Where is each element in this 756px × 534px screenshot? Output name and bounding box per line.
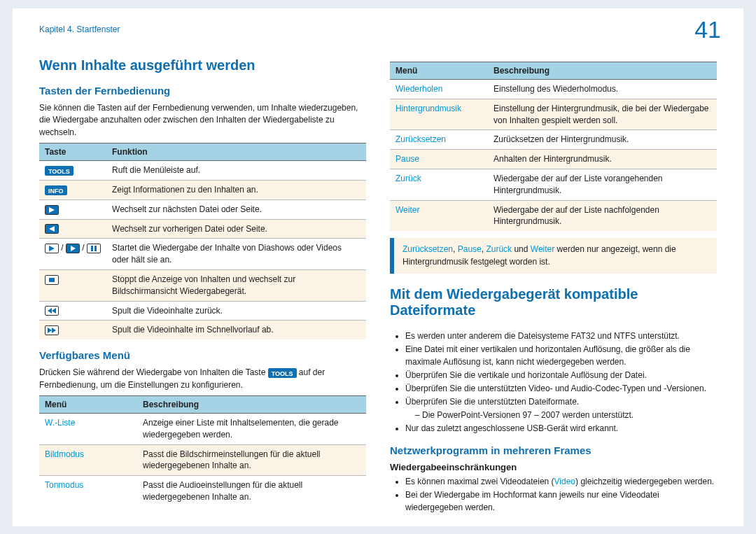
text: Es können maximal zwei Videodateien ( <box>405 477 554 486</box>
bullet-list-restrictions: Es können maximal zwei Videodateien (Vid… <box>405 475 717 514</box>
list-item: Es werden unter anderem die Dateisysteme… <box>405 330 717 342</box>
table-row: WiederholenEinstellung des Wiederholmodu… <box>390 80 717 99</box>
menu-desc-cell: Einstellung der Hintergrundmusik, die be… <box>488 99 717 130</box>
svg-marker-11 <box>52 308 56 314</box>
info-key-icon: INFO <box>45 185 67 195</box>
svg-rect-8 <box>94 246 97 251</box>
menu-label-cell: Hintergrundmusik <box>390 99 488 130</box>
play-right-key-icon <box>66 244 80 253</box>
list-item: Überprüfen Sie die vertikale und horizon… <box>405 369 717 381</box>
desc-cell: Spult die Videoinhalte zurück. <box>106 301 366 321</box>
section-heading-formats: Mit dem Wiedergabegerät kompatible Datei… <box>390 286 717 318</box>
desc-cell: Startet die Wiedergabe der Inhalte von D… <box>106 239 366 270</box>
section-intro-2: Drücken Sie während der Wiedergabe von I… <box>39 367 366 391</box>
text: ) gleichzeitig wiedergegeben werden. <box>575 477 714 486</box>
menu-desc-cell: Passt die Audioeinstellungen für die akt… <box>137 476 366 507</box>
key-cell <box>39 219 106 239</box>
section-heading-remote: Tasten der Fernbedienung <box>39 85 366 97</box>
key-cell: INFO <box>39 180 106 199</box>
desc-cell: Ruft die Menüleiste auf. <box>106 161 366 181</box>
bullet-list: Es werden unter anderem die Dateisysteme… <box>405 330 717 435</box>
menu-label-cell: W.-Liste <box>39 413 137 444</box>
note-highlight: Zurücksetzen <box>402 244 453 254</box>
menu-desc-cell: Wiedergabe der auf der Liste vorangehend… <box>488 169 717 200</box>
list-item-sub: Die PowerPoint-Versionen 97 – 2007 werde… <box>415 409 717 421</box>
menu-desc-cell: Zurücksetzen der Hintergrundmusik. <box>488 130 717 150</box>
menu-label-cell: Zurück <box>390 169 488 200</box>
table-row: INFOZeigt Informationen zu den Inhalten … <box>39 180 366 199</box>
svg-marker-10 <box>48 308 52 314</box>
menu-desc-cell: Passt die Bildschirmeinstellungen für di… <box>137 444 366 476</box>
table-row: BildmodusPasst die Bildschirmeinstellung… <box>39 444 366 476</box>
menu-col-desc: Beschreibung <box>137 395 366 413</box>
key-cell: / / <box>39 239 106 270</box>
menu-label-cell: Bildmodus <box>39 444 137 476</box>
svg-marker-12 <box>48 328 52 333</box>
table-row: ZurückWiedergabe der auf der Liste voran… <box>390 169 717 200</box>
keys-col-funktion: Funktion <box>106 143 366 161</box>
note-highlight: Zurück <box>486 244 512 254</box>
svg-rect-9 <box>49 278 55 282</box>
menu-desc-cell: Anzeige einer Liste mit Inhaltselementen… <box>137 413 366 444</box>
svg-rect-7 <box>91 246 93 251</box>
play-key-icon <box>45 244 59 253</box>
menu-col-label: Menü <box>390 62 488 80</box>
note-highlight: Weiter <box>531 244 554 254</box>
table-row: WeiterWiedergabe der auf der Liste nachf… <box>390 200 717 231</box>
document-page: Kapitel 4. Startfenster 41 Wenn Inhalte … <box>13 8 743 526</box>
note-highlight: Pause <box>458 244 482 254</box>
desc-cell: Stoppt die Anzeige von Inhalten und wech… <box>106 269 366 301</box>
tools-key-icon: TOOLS <box>45 166 74 176</box>
table-row: Spult die Videoinhalte zurück. <box>39 301 366 321</box>
svg-marker-4 <box>49 246 55 251</box>
list-item: Bei der Wiedergabe im Hochformat kann je… <box>405 489 717 514</box>
menu-label-cell: Zurücksetzen <box>390 130 488 150</box>
list-item: Überprüfen Sie die unterstützten Video- … <box>405 382 717 395</box>
table-row: ZurücksetzenZurücksetzen der Hintergrund… <box>390 130 717 150</box>
text: , <box>453 244 458 254</box>
top-bar: Kapitel 4. Startfenster 41 <box>13 8 743 50</box>
svg-marker-13 <box>52 328 56 333</box>
menu-label-cell: Tonmodus <box>39 476 137 507</box>
list-item: Es können maximal zwei Videodateien (Vid… <box>405 475 717 488</box>
breadcrumb: Kapitel 4. Startfenster <box>39 24 120 34</box>
desc-cell: Zeigt Informationen zu den Inhalten an. <box>106 180 366 199</box>
table-row: Wechselt zur nächsten Datei oder Seite. <box>39 199 366 219</box>
desc-cell: Wechselt zur nächsten Datei oder Seite. <box>106 199 366 219</box>
inline-link-video: Video <box>554 477 575 486</box>
menu-desc-cell: Anhalten der Hintergrundmusik. <box>488 150 717 169</box>
section-heading-network: Netzwerkprogramm in mehreren Frames <box>390 444 717 456</box>
page-title: Wenn Inhalte ausgeführt werden <box>39 57 366 73</box>
table-row: HintergrundmusikEinstellung der Hintergr… <box>390 99 717 130</box>
table-row: TonmodusPasst die Audioeinstellungen für… <box>39 476 366 507</box>
key-cell <box>39 321 106 339</box>
menu-table-right: Menü Beschreibung WiederholenEinstellung… <box>390 62 717 231</box>
menu-label-cell: Weiter <box>390 200 488 231</box>
text: Drücken Sie während der Wiedergabe von I… <box>39 367 268 377</box>
fast-forward-key-icon <box>45 325 59 335</box>
table-row: Stoppt die Anzeige von Inhalten und wech… <box>39 269 366 301</box>
section-intro: Sie können die Tasten auf der Fernbedien… <box>39 102 366 139</box>
desc-cell: Spult die Videoinhalte im Schnellvorlauf… <box>106 321 366 339</box>
stop-key-icon <box>45 275 59 285</box>
text: und <box>512 244 531 254</box>
right-column: Menü Beschreibung WiederholenEinstellung… <box>390 57 717 514</box>
list-item: Eine Datei mit einer vertikalen und hori… <box>405 343 717 368</box>
table-row: Spult die Videoinhalte im Schnellvorlauf… <box>39 321 366 339</box>
list-item: Überprüfen Sie die unterstützten Dateifo… <box>405 395 717 408</box>
menu-label-cell: Wiederholen <box>390 80 488 99</box>
list-item: Nur das zuletzt angeschlossene USB-Gerät… <box>405 422 717 435</box>
key-cell <box>39 199 106 219</box>
menu-col-desc: Beschreibung <box>488 62 717 80</box>
menu-col-label: Menü <box>39 395 137 413</box>
keys-col-taste: Taste <box>39 143 106 161</box>
rewind-key-icon <box>45 306 59 316</box>
left-column: Wenn Inhalte ausgeführt werden Tasten de… <box>39 57 366 514</box>
note-box: Zurücksetzen, Pause, Zurück und Weiter w… <box>390 238 717 274</box>
menu-label-cell: Pause <box>390 150 488 169</box>
section-heading-menu: Verfügbares Menü <box>39 349 366 361</box>
menu-table-left: Menü Beschreibung W.-ListeAnzeige einer … <box>39 395 366 507</box>
next-key-icon <box>45 205 59 215</box>
page-number: 41 <box>694 16 721 43</box>
table-row: Wechselt zur vorherigen Datei oder Seite… <box>39 219 366 239</box>
